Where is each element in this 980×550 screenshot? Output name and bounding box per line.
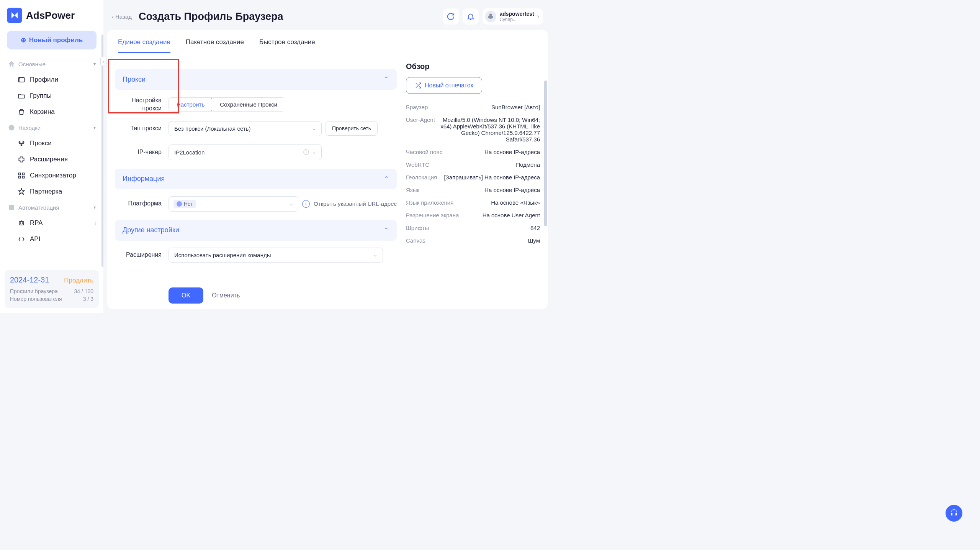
main: ‹ Назад Создать Профиль Браузера adspowe…	[103, 0, 551, 313]
ip-checker-select[interactable]: IP2Location ⓘ ⌄	[169, 144, 322, 160]
chevron-down-icon: ▾	[93, 205, 96, 210]
sidebar-item-sync[interactable]: Синхронизатор	[2, 167, 101, 184]
summary-row: Шрифты842	[406, 222, 540, 234]
shuffle-icon	[415, 82, 422, 89]
footer-actions: OK Отменить	[107, 282, 548, 309]
page-title: Создать Профиль Браузера	[139, 11, 283, 23]
summary-row: User-AgentMozilla/5.0 (Windows NT 10.0; …	[406, 113, 540, 146]
info-icon: ⓘ	[303, 149, 309, 156]
proxy-setting-segment: Настроить Сохраненные Прокси	[169, 97, 285, 112]
automation-icon	[8, 204, 15, 211]
svg-rect-5	[19, 173, 21, 175]
chevron-right-icon: ›	[95, 220, 97, 226]
sidebar-item-proxies[interactable]: Прокси	[2, 135, 101, 151]
tab-quick-create[interactable]: Быстрое создание	[259, 38, 315, 53]
sidebar-collapse-button[interactable]: ‹	[100, 57, 106, 66]
new-profile-button[interactable]: ⊕ Новый профиль	[7, 31, 97, 49]
chevron-down-icon: ⌄	[373, 252, 377, 258]
stat-users: Номер пользователя 3 / 3	[10, 295, 93, 303]
sidebar-item-groups[interactable]: Группы	[2, 88, 101, 104]
sidebar-item-rpa[interactable]: RPA ›	[2, 215, 101, 231]
label-platform: Платформа	[115, 200, 169, 208]
svg-point-4	[21, 144, 22, 146]
svg-point-2	[19, 141, 20, 143]
sidebar-footer: 2024-12-31 Продлить Профили браузера 34 …	[5, 270, 99, 308]
profiles-icon	[18, 76, 25, 84]
trash-icon	[18, 108, 25, 116]
chevron-up-icon: ⌃	[383, 175, 389, 183]
summary-row: Геолокация[Запрашивать] На основе IP-адр…	[406, 171, 540, 184]
tabs: Единое создание Пакетное создание Быстро…	[107, 30, 548, 54]
user-role: Супер...	[499, 17, 534, 22]
notifications-button[interactable]	[463, 8, 479, 25]
logo-icon	[7, 8, 22, 23]
summary-row: Разрешение экранаНа основе User Agent	[406, 209, 540, 222]
user-name: adspowertest	[499, 11, 534, 17]
back-link[interactable]: ‹ Назад	[112, 13, 132, 20]
extend-link[interactable]: Продлить	[64, 277, 93, 284]
content-card: Единое создание Пакетное создание Быстро…	[107, 30, 548, 309]
nav-section-automation[interactable]: Автоматизация ▾	[2, 200, 101, 215]
proxy-type-select[interactable]: Без прокси (Локальная сеть) ⌄	[169, 121, 322, 136]
brand-row: AdsPower	[0, 0, 103, 28]
folder-icon	[18, 92, 25, 100]
extensions-select[interactable]: Использовать расширения команды ⌄	[169, 248, 383, 263]
summary-row: WebRTCПодмена	[406, 158, 540, 171]
page-header: ‹ Назад Создать Профиль Браузера adspowe…	[107, 0, 548, 30]
chevron-down-icon: ⌄	[312, 126, 316, 131]
label-proxy-type: Тип прокси	[115, 125, 169, 133]
label-proxy-setting: Настройка прокси	[115, 97, 169, 113]
content-scrollbar[interactable]	[544, 80, 547, 226]
seg-saved-proxies[interactable]: Сохраненные Прокси	[212, 98, 285, 111]
chevron-down-icon: ▾	[93, 125, 96, 130]
puzzle-icon	[18, 156, 25, 163]
check-network-button[interactable]: Проверить сеть	[326, 121, 378, 136]
sidebar-item-trash[interactable]: Корзина	[2, 104, 101, 120]
platform-tag: Нет	[173, 200, 196, 208]
section-proxy[interactable]: Прокси ⌃	[115, 69, 397, 90]
sidebar-item-partner[interactable]: Партнерка	[2, 184, 101, 200]
summary-row: Часовой поясНа основе IP-адреса	[406, 146, 540, 158]
brand-name: AdsPower	[26, 10, 75, 21]
svg-rect-8	[23, 176, 25, 178]
cancel-button[interactable]: Отменить	[212, 292, 240, 299]
check-icon	[8, 124, 15, 131]
summary-row: БраузерSunBrowser [Авто]	[406, 101, 540, 113]
summary-row: Язык приложенияНа основе «Язык»	[406, 196, 540, 209]
platform-select[interactable]: Нет ⌄	[169, 196, 298, 212]
chevron-down-icon: ⌄	[290, 201, 293, 207]
summary-panel: Обзор Новый отпечаток БраузерSunBrowser …	[406, 59, 540, 282]
sync-button[interactable]	[443, 8, 459, 25]
svg-point-11	[20, 223, 21, 223]
user-menu[interactable]: adspowertest Супер... ›	[483, 8, 543, 25]
ok-button[interactable]: OK	[169, 287, 203, 304]
bell-icon	[466, 12, 475, 21]
summary-title: Обзор	[406, 62, 540, 71]
new-fingerprint-button[interactable]: Новый отпечаток	[406, 77, 482, 94]
open-url-text: Открыть указанный URL-адрес	[314, 200, 397, 207]
sidebar-item-extensions[interactable]: Расширения	[2, 151, 101, 167]
nav-section-basics[interactable]: Основные ▾	[2, 56, 101, 72]
seg-configure[interactable]: Настроить	[169, 97, 213, 112]
chevron-down-icon: ▾	[93, 61, 96, 67]
avatar	[485, 11, 496, 22]
globe-icon	[177, 201, 182, 207]
subscription-date: 2024-12-31	[10, 276, 49, 284]
summary-row: ЯзыкНа основе IP-адреса	[406, 184, 540, 196]
plus-icon: ⊕	[21, 36, 26, 44]
chevron-down-icon: ⌄	[312, 149, 316, 155]
tab-batch-create[interactable]: Пакетное создание	[186, 38, 244, 53]
nav-section-finds[interactable]: Находки ▾	[2, 120, 101, 135]
robot-icon	[18, 219, 25, 227]
sidebar-scrollbar[interactable]	[101, 34, 103, 267]
sync-icon	[18, 172, 25, 179]
svg-rect-0	[19, 77, 25, 82]
svg-rect-9	[9, 205, 14, 210]
tab-single-create[interactable]: Единое создание	[118, 38, 170, 53]
section-other[interactable]: Другие настройки ⌃	[115, 220, 397, 241]
refresh-icon	[447, 12, 455, 21]
add-platform-button[interactable]: +	[302, 200, 310, 208]
sidebar-item-profiles[interactable]: Профили	[2, 72, 101, 88]
sidebar-item-api[interactable]: API	[2, 231, 101, 247]
section-info[interactable]: Информация ⌃	[115, 169, 397, 189]
